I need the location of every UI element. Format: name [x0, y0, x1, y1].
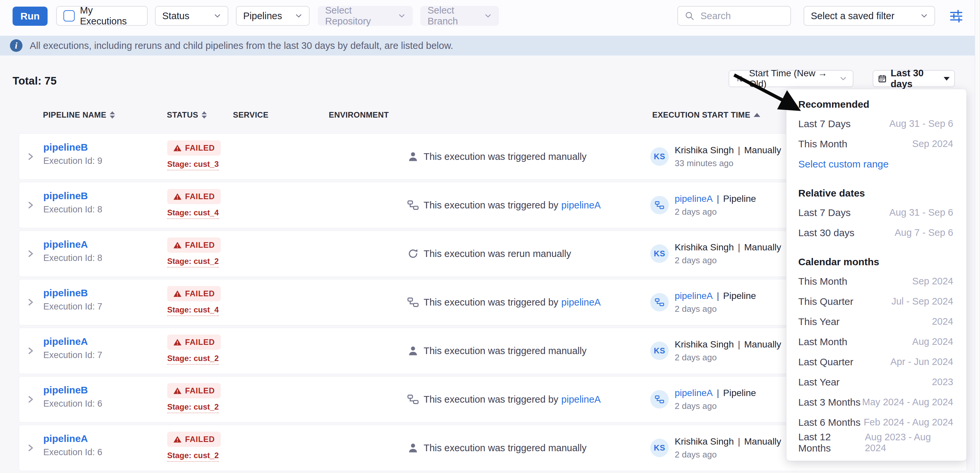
sort-order-dropdown[interactable]: Start Time (New → Old): [729, 70, 853, 87]
date-menu-item-label[interactable]: Last 12 Months: [798, 432, 865, 454]
trigger-type-label: Manually: [744, 436, 781, 447]
warning-icon: [173, 192, 182, 200]
pipeline-name-link[interactable]: pipelineA: [43, 239, 88, 250]
date-menu-item[interactable]: Last MonthAug 2024: [798, 332, 953, 352]
column-header-execution-start-time[interactable]: EXECUTION START TIME: [652, 110, 760, 119]
select-repository-dropdown[interactable]: Select Repository: [318, 6, 413, 26]
search-input[interactable]: [700, 10, 777, 22]
triggered-by-name[interactable]: Krishika Singh: [675, 242, 734, 253]
failed-stage-link[interactable]: Stage: cust_2: [167, 402, 219, 413]
saved-filter-dropdown[interactable]: Select a saved filter: [803, 6, 935, 26]
avatar[interactable]: KS: [650, 341, 669, 360]
date-menu-item[interactable]: This Year2024: [798, 311, 953, 332]
date-menu-item-label[interactable]: Last Year: [798, 376, 840, 388]
avatar[interactable]: [650, 293, 669, 311]
my-executions-toggle[interactable]: My Executions: [56, 6, 148, 26]
failed-stage-link[interactable]: Stage: cust_3: [167, 160, 219, 170]
triggered-by-name[interactable]: pipelineA: [675, 194, 713, 204]
trigger-pipeline-link[interactable]: pipelineA: [562, 200, 601, 211]
filter-settings-button[interactable]: [948, 9, 964, 24]
date-menu-item-label[interactable]: Last 7 Days: [798, 118, 851, 130]
date-menu-item[interactable]: This QuarterJul - Sep 2024: [798, 291, 953, 311]
triggered-by-name[interactable]: pipelineA: [675, 388, 713, 398]
expand-chevron-icon[interactable]: [26, 152, 35, 161]
expand-chevron-icon[interactable]: [26, 395, 35, 404]
triggered-by-name[interactable]: Krishika Singh: [675, 339, 734, 350]
date-menu-item[interactable]: Select custom range: [798, 154, 953, 174]
date-menu-item-label[interactable]: This Year: [798, 316, 840, 327]
avatar[interactable]: KS: [650, 439, 669, 457]
status-badge: FAILED: [167, 140, 221, 156]
my-executions-checkbox[interactable]: [64, 10, 75, 21]
pipeline-name-link[interactable]: pipelineB: [43, 287, 88, 298]
date-menu-item-label[interactable]: Last 6 Months: [798, 417, 861, 428]
triggered-by-name[interactable]: Krishika Singh: [675, 145, 734, 156]
trigger-pipeline-link[interactable]: pipelineA: [562, 297, 601, 308]
execution-id: Execution Id: 7: [43, 350, 102, 360]
pipelines-filter-dropdown[interactable]: Pipelines: [236, 6, 310, 26]
date-menu-item-label[interactable]: This Quarter: [798, 296, 853, 307]
failed-stage-link[interactable]: Stage: cust_2: [167, 354, 219, 365]
date-menu-item[interactable]: Last 7 DaysAug 31 - Sep 6: [798, 203, 953, 223]
pipeline-name-link[interactable]: pipelineA: [43, 433, 88, 444]
date-menu-item-label[interactable]: This Month: [798, 138, 847, 150]
expand-chevron-icon[interactable]: [26, 249, 35, 258]
date-menu-item-label[interactable]: Last 7 Days: [798, 207, 851, 218]
sort-icon: [735, 74, 745, 83]
date-range-button[interactable]: Last 30 days: [873, 70, 955, 87]
avatar[interactable]: KS: [650, 147, 669, 166]
date-menu-item-label[interactable]: This Month: [798, 276, 847, 287]
expand-chevron-icon[interactable]: [26, 346, 35, 355]
date-menu-item[interactable]: Last 30 daysAug 7 - Sep 6: [798, 223, 953, 243]
avatar[interactable]: [650, 196, 669, 214]
date-menu-item[interactable]: Last 7 DaysAug 31 - Sep 6: [798, 114, 953, 134]
separator: |: [738, 242, 740, 253]
date-menu-item-label[interactable]: Last Quarter: [798, 356, 853, 368]
date-menu-item[interactable]: This MonthSep 2024: [798, 271, 953, 291]
date-menu-item-label[interactable]: Last Month: [798, 336, 847, 348]
failed-stage-link[interactable]: Stage: cust_4: [167, 208, 219, 219]
date-menu-item[interactable]: Last QuarterApr - Jun 2024: [798, 352, 953, 372]
date-menu-item[interactable]: Last 12 MonthsAug 2023 - Aug 2024: [798, 432, 953, 452]
expand-chevron-icon[interactable]: [26, 298, 35, 306]
expand-chevron-icon[interactable]: [26, 444, 35, 452]
total-count: Total: 75: [13, 75, 57, 87]
date-menu-item[interactable]: Last 6 MonthsFeb 2024 - Aug 2024: [798, 412, 953, 432]
avatar[interactable]: KS: [650, 244, 669, 263]
triggered-by-name[interactable]: Krishika Singh: [675, 436, 734, 447]
search-box[interactable]: [677, 6, 791, 26]
date-menu-item[interactable]: Last 3 MonthsMay 2024 - Aug 2024: [798, 392, 953, 412]
date-menu-item-label[interactable]: Last 30 days: [798, 227, 854, 238]
pipeline-name-link[interactable]: pipelineB: [43, 384, 88, 395]
failed-stage-link[interactable]: Stage: cust_2: [167, 451, 219, 462]
separator: |: [738, 436, 740, 447]
execution-id: Execution Id: 8: [43, 253, 102, 263]
expand-chevron-icon[interactable]: [26, 201, 35, 210]
failed-stage-link[interactable]: Stage: cust_2: [167, 257, 219, 268]
status-badge: FAILED: [167, 238, 221, 253]
date-menu-item[interactable]: Last Year2023: [798, 372, 953, 392]
column-header-status[interactable]: STATUS: [167, 110, 207, 119]
warning-icon: [173, 241, 182, 249]
date-range-menu: RecommendedLast 7 DaysAug 31 - Sep 6This…: [786, 89, 966, 461]
status-filter-dropdown[interactable]: Status: [155, 6, 228, 26]
failed-stage-link[interactable]: Stage: cust_4: [167, 305, 219, 316]
triggered-by-name[interactable]: pipelineA: [675, 290, 713, 301]
date-menu-item[interactable]: This MonthSep 2024: [798, 134, 953, 154]
pipeline-name-link[interactable]: pipelineA: [43, 336, 88, 347]
trigger-pipeline-link[interactable]: pipelineA: [562, 394, 601, 405]
date-menu-item-label[interactable]: Last 3 Months: [798, 397, 861, 408]
select-branch-dropdown[interactable]: Select Branch: [420, 6, 499, 26]
avatar[interactable]: [650, 390, 669, 409]
page-scrollbar[interactable]: [975, 0, 980, 473]
column-header-pipeline-name[interactable]: PIPELINE NAME: [43, 110, 115, 119]
date-menu-item-range: Aug 31 - Sep 6: [889, 118, 953, 129]
pipeline-name-link[interactable]: pipelineB: [43, 142, 88, 152]
pipeline-name-link[interactable]: pipelineB: [43, 190, 88, 201]
status-badge: FAILED: [167, 286, 221, 301]
caret-down-icon: [943, 77, 950, 81]
date-menu-item-range: Feb 2024 - Aug 2024: [864, 417, 953, 428]
trigger-type-label: Pipeline: [723, 388, 756, 398]
run-button[interactable]: Run: [13, 6, 48, 26]
custom-range-link[interactable]: Select custom range: [798, 159, 888, 170]
